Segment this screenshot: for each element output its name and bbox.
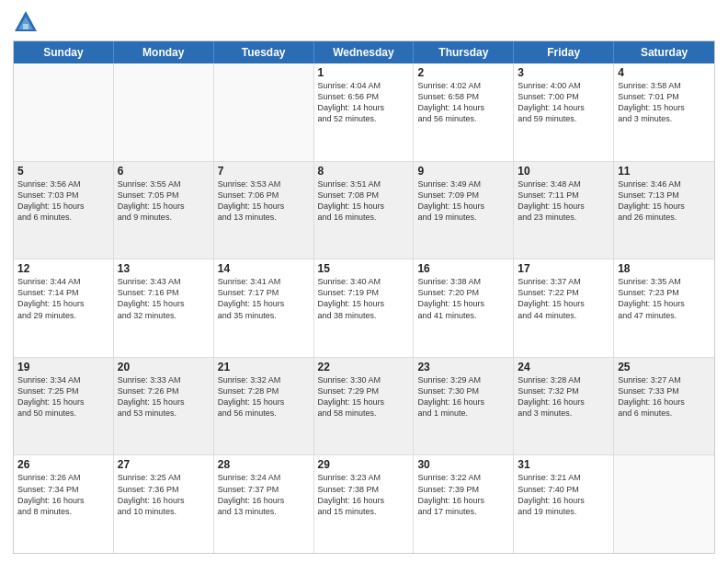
day-number: 4 [618,66,711,79]
day-number: 24 [518,361,609,373]
cell-text: Sunrise: 3:46 AM Sunset: 7:13 PM Dayligh… [618,178,711,224]
header-cell-tuesday: Tuesday [214,41,314,63]
cell-text: Sunrise: 3:29 AM Sunset: 7:30 PM Dayligh… [417,374,509,419]
calendar-cell: 31Sunrise: 3:21 AM Sunset: 7:40 PM Dayli… [514,455,614,553]
cell-text: Sunrise: 3:44 AM Sunset: 7:14 PM Dayligh… [17,276,109,321]
calendar-cell: 29Sunrise: 3:23 AM Sunset: 7:38 PM Dayli… [314,455,415,553]
calendar-cell [14,63,114,161]
calendar-cell: 22Sunrise: 3:30 AM Sunset: 7:29 PM Dayli… [314,358,415,455]
calendar-cell: 18Sunrise: 3:35 AM Sunset: 7:23 PM Dayli… [614,259,714,357]
calendar-cell: 2Sunrise: 4:02 AM Sunset: 6:58 PM Daylig… [414,63,514,161]
cell-text: Sunrise: 3:43 AM Sunset: 7:16 PM Dayligh… [118,276,210,321]
header-cell-wednesday: Wednesday [314,41,415,63]
calendar-cell: 13Sunrise: 3:43 AM Sunset: 7:16 PM Dayli… [114,259,214,357]
day-number: 1 [318,66,410,79]
calendar-cell: 24Sunrise: 3:28 AM Sunset: 7:32 PM Dayli… [514,358,614,455]
header-cell-monday: Monday [114,41,214,63]
day-number: 11 [618,165,711,178]
calendar: SundayMondayTuesdayWednesdayThursdayFrid… [13,40,715,554]
cell-text: Sunrise: 4:02 AM Sunset: 6:58 PM Dayligh… [417,80,509,125]
calendar-week-2: 5Sunrise: 3:56 AM Sunset: 7:03 PM Daylig… [14,162,714,260]
header-cell-friday: Friday [514,41,614,63]
calendar-body: 1Sunrise: 4:04 AM Sunset: 6:56 PM Daylig… [14,63,714,553]
calendar-header: SundayMondayTuesdayWednesdayThursdayFrid… [14,41,714,63]
calendar-cell: 12Sunrise: 3:44 AM Sunset: 7:14 PM Dayli… [14,259,114,357]
cell-text: Sunrise: 3:24 AM Sunset: 7:37 PM Dayligh… [218,472,310,517]
day-number: 16 [417,262,509,275]
day-number: 18 [618,262,711,275]
cell-text: Sunrise: 3:56 AM Sunset: 7:03 PM Dayligh… [17,178,109,224]
cell-text: Sunrise: 4:00 AM Sunset: 7:00 PM Dayligh… [518,80,609,125]
day-number: 15 [318,262,410,275]
cell-text: Sunrise: 3:27 AM Sunset: 7:33 PM Dayligh… [618,374,711,419]
svg-rect-2 [23,24,28,29]
calendar-cell [214,63,314,161]
cell-text: Sunrise: 3:33 AM Sunset: 7:26 PM Dayligh… [118,374,210,419]
calendar-cell: 20Sunrise: 3:33 AM Sunset: 7:26 PM Dayli… [114,358,214,455]
calendar-cell: 26Sunrise: 3:26 AM Sunset: 7:34 PM Dayli… [14,455,114,553]
calendar-cell: 30Sunrise: 3:22 AM Sunset: 7:39 PM Dayli… [414,455,514,553]
day-number: 8 [318,165,410,178]
day-number: 27 [118,458,210,471]
calendar-cell: 19Sunrise: 3:34 AM Sunset: 7:25 PM Dayli… [14,358,114,455]
cell-text: Sunrise: 3:25 AM Sunset: 7:36 PM Dayligh… [118,472,210,517]
calendar-cell: 11Sunrise: 3:46 AM Sunset: 7:13 PM Dayli… [614,162,714,259]
calendar-cell: 5Sunrise: 3:56 AM Sunset: 7:03 PM Daylig… [14,162,114,259]
day-number: 25 [618,361,711,373]
calendar-cell: 23Sunrise: 3:29 AM Sunset: 7:30 PM Dayli… [414,358,514,455]
day-number: 31 [518,458,609,471]
logo-icon [13,9,39,35]
calendar-cell: 15Sunrise: 3:40 AM Sunset: 7:19 PM Dayli… [314,259,415,357]
logo [13,9,42,35]
day-number: 12 [17,262,109,275]
cell-text: Sunrise: 3:23 AM Sunset: 7:38 PM Dayligh… [318,472,410,517]
day-number: 13 [118,262,210,275]
cell-text: Sunrise: 3:53 AM Sunset: 7:06 PM Dayligh… [218,178,310,224]
day-number: 21 [218,361,310,373]
calendar-week-5: 26Sunrise: 3:26 AM Sunset: 7:34 PM Dayli… [14,455,714,553]
day-number: 22 [318,361,410,373]
calendar-cell: 6Sunrise: 3:55 AM Sunset: 7:05 PM Daylig… [114,162,214,259]
day-number: 29 [318,458,410,471]
cell-text: Sunrise: 3:58 AM Sunset: 7:01 PM Dayligh… [618,80,711,125]
cell-text: Sunrise: 3:21 AM Sunset: 7:40 PM Dayligh… [518,472,609,517]
calendar-cell: 7Sunrise: 3:53 AM Sunset: 7:06 PM Daylig… [214,162,314,259]
cell-text: Sunrise: 3:34 AM Sunset: 7:25 PM Dayligh… [17,374,109,419]
day-number: 23 [417,361,509,373]
cell-text: Sunrise: 3:22 AM Sunset: 7:39 PM Dayligh… [417,472,509,517]
calendar-cell [614,455,714,553]
cell-text: Sunrise: 3:55 AM Sunset: 7:05 PM Dayligh… [118,178,210,224]
cell-text: Sunrise: 3:51 AM Sunset: 7:08 PM Dayligh… [318,178,410,224]
day-number: 14 [218,262,310,275]
header-cell-saturday: Saturday [614,41,714,63]
cell-text: Sunrise: 3:37 AM Sunset: 7:22 PM Dayligh… [518,276,609,321]
calendar-cell [114,63,214,161]
cell-text: Sunrise: 3:41 AM Sunset: 7:17 PM Dayligh… [218,276,310,321]
cell-text: Sunrise: 4:04 AM Sunset: 6:56 PM Dayligh… [318,80,410,125]
cell-text: Sunrise: 3:49 AM Sunset: 7:09 PM Dayligh… [417,178,509,224]
calendar-cell: 16Sunrise: 3:38 AM Sunset: 7:20 PM Dayli… [414,259,514,357]
day-number: 6 [118,165,210,178]
calendar-cell: 14Sunrise: 3:41 AM Sunset: 7:17 PM Dayli… [214,259,314,357]
calendar-cell: 10Sunrise: 3:48 AM Sunset: 7:11 PM Dayli… [514,162,614,259]
cell-text: Sunrise: 3:30 AM Sunset: 7:29 PM Dayligh… [318,374,410,419]
cell-text: Sunrise: 3:40 AM Sunset: 7:19 PM Dayligh… [318,276,410,321]
calendar-cell: 28Sunrise: 3:24 AM Sunset: 7:37 PM Dayli… [214,455,314,553]
day-number: 3 [518,66,609,79]
cell-text: Sunrise: 3:38 AM Sunset: 7:20 PM Dayligh… [417,276,509,321]
day-number: 5 [17,165,109,178]
header-cell-thursday: Thursday [414,41,514,63]
calendar-week-4: 19Sunrise: 3:34 AM Sunset: 7:25 PM Dayli… [14,358,714,456]
cell-text: Sunrise: 3:32 AM Sunset: 7:28 PM Dayligh… [218,374,310,419]
cell-text: Sunrise: 3:48 AM Sunset: 7:11 PM Dayligh… [518,178,609,224]
calendar-cell: 9Sunrise: 3:49 AM Sunset: 7:09 PM Daylig… [414,162,514,259]
day-number: 9 [417,165,509,178]
calendar-cell: 25Sunrise: 3:27 AM Sunset: 7:33 PM Dayli… [614,358,714,455]
day-number: 26 [17,458,109,471]
day-number: 2 [417,66,509,79]
day-number: 10 [518,165,609,178]
calendar-cell: 4Sunrise: 3:58 AM Sunset: 7:01 PM Daylig… [614,63,714,161]
day-number: 20 [118,361,210,373]
day-number: 7 [218,165,310,178]
calendar-cell: 17Sunrise: 3:37 AM Sunset: 7:22 PM Dayli… [514,259,614,357]
